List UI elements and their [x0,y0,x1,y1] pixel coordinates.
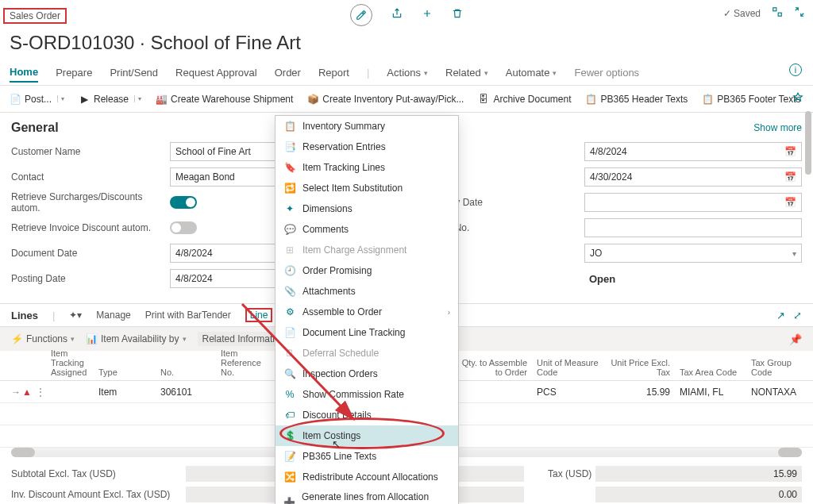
dropdown-item-order-promising[interactable]: 🕘Order Promising [275,260,458,281]
tab-request-approval[interactable]: Request Approval [175,63,257,82]
dropdown-item-item-costings[interactable]: 💲Item Costings [275,425,458,446]
related-information-dropdown[interactable]: 📋Inventory Summary📑Reservation Entries🔖I… [275,115,459,504]
lines-manage[interactable]: Manage [96,310,130,321]
dropdown-item-item-charge-assignment: ⊞Item Charge Assignment [275,240,458,260]
col-header-tax[interactable]: Tax Area Code [675,367,746,377]
delete-icon[interactable] [452,8,463,22]
record-type-label: Sales Order [3,8,67,24]
rcol-date-field-2[interactable]: 4/30/2024📅 [584,167,802,187]
dropdown-item-reservation-entries[interactable]: 📑Reservation Entries [275,137,458,157]
cell-price[interactable]: 15.99 [603,387,675,398]
action-create-warehouse-shipment[interactable]: 🏭 Create Warehouse Shipment [156,94,293,105]
row-menu-icon[interactable]: ⋮ [35,387,46,398]
dropdown-item-attachments[interactable]: 📎Attachments [275,281,458,302]
dropdown-item-select-item-substitution[interactable]: 🔁Select Item Substitution [275,178,458,198]
svg-rect-0 [773,8,776,11]
sub-item-availability[interactable]: 📊 Item Availability by ▾ [86,333,187,344]
action-pb365-footer[interactable]: 📋 PB365 Footer Texts [702,94,800,105]
menu-item-icon: 📑 [283,140,296,153]
menu-item-label: PB365 Line Texts [302,451,376,462]
calendar-icon[interactable]: 📅 [784,197,796,208]
col-header-ref[interactable]: Item Reference No. [216,348,279,377]
cell-uom[interactable]: PCS [532,387,603,398]
dropdown-item-dimensions[interactable]: ✦Dimensions [275,198,458,219]
cell-type[interactable]: Item [94,387,156,398]
col-header-uom[interactable]: Unit of Measure Code [532,358,603,377]
menu-item-label: Inspection Orders [302,368,378,379]
menu-item-label: Comments [302,224,349,235]
calendar-icon[interactable]: 📅 [784,146,796,157]
dropdown-item-discount-details[interactable]: 🏷Discount Details [275,405,458,425]
lines-share-icon[interactable]: ↗ [776,310,785,321]
dropdown-item-redistribute-account-allocations[interactable]: 🔀Redistribute Account Allocations [275,467,458,487]
pb-footer-icon: 📋 [702,94,713,105]
retrieve-invoice-toggle[interactable] [170,221,197,234]
tab-automate[interactable]: Automate▾ [506,63,557,82]
cell-no[interactable]: 306101 [156,387,216,398]
menu-item-label: Item Tracking Lines [302,162,385,173]
dropdown-item-inspection-orders[interactable]: 🔍Inspection Orders [275,364,458,384]
col-header-price[interactable]: Unit Price Excl. Tax [603,358,675,377]
cell-tg[interactable]: NONTAXA [746,387,802,398]
delivery-date-field[interactable]: 📅 [584,193,802,212]
tab-order[interactable]: Order [275,63,301,82]
new-icon[interactable] [422,8,433,22]
code-field[interactable]: JO▾ [584,244,802,263]
detach-icon[interactable] [772,6,783,20]
inv-discount-value-right: 0.00 [595,487,802,502]
lines-tool-new[interactable]: ✦▾ [69,310,82,321]
action-create-inventory-putaway[interactable]: 📦 Create Inventory Put-away/Pick... [307,94,464,105]
row-selector[interactable]: → ▲ [11,387,35,398]
retrieve-surcharge-toggle[interactable] [170,196,197,209]
col-header-tg[interactable]: Tax Group Code [746,358,802,377]
dropdown-item-item-tracking-lines[interactable]: 🔖Item Tracking Lines [275,157,458,178]
tab-report[interactable]: Report [318,63,349,82]
dropdown-item-show-commission-rate[interactable]: %Show Commission Rate [275,384,458,405]
calendar-icon[interactable]: 📅 [784,171,796,183]
lines-expand-icon[interactable]: ⤢ [793,310,802,321]
action-pb365-header[interactable]: 📋 PB365 Header Texts [585,94,688,105]
fewer-options[interactable]: Fewer options [574,63,639,82]
show-more-link[interactable]: Show more [753,122,802,133]
menu-item-label: Order Promising [302,265,372,276]
tab-related[interactable]: Related▾ [445,63,488,82]
sub-functions[interactable]: ⚡ Functions ▾ [11,333,75,344]
pin-icon[interactable] [792,92,803,106]
dropdown-item-inventory-summary[interactable]: 📋Inventory Summary [275,116,458,137]
menu-item-icon: ✦ [283,202,296,215]
col-header-no[interactable]: No. [156,367,216,377]
sub-pin-icon[interactable]: 📌 [789,333,802,345]
dropdown-item-comments[interactable]: 💬Comments [275,219,458,240]
share-icon[interactable] [391,8,403,22]
dropdown-item-generate-lines-from-allocation-account-line[interactable]: ➕Generate lines from Allocation Account … [275,487,458,504]
inventory-icon: 📦 [307,94,318,105]
vertical-scrollbar[interactable] [805,111,811,429]
col-header-type[interactable]: Type [94,367,156,377]
action-post[interactable]: 📄 Post... ▾ [10,94,64,105]
menu-item-label: Deferral Schedule [302,348,379,359]
col-header-tracking[interactable]: Item Tracking Assigned [46,348,94,377]
dropdown-item-assemble-to-order[interactable]: ⚙Assemble to Order› [275,302,458,322]
menu-item-label: Generate lines from Allocation Account L… [302,491,450,504]
tab-home[interactable]: Home [10,63,38,83]
info-icon[interactable]: i [789,63,802,76]
tab-actions[interactable]: Actions▾ [387,63,428,82]
lines-print-bartender[interactable]: Print with BarTender [145,310,231,321]
col-header-qtya[interactable]: Qty. to Assemble to Order [453,358,532,377]
lines-line-menu[interactable]: Line [245,308,273,322]
doc-no-field[interactable] [584,218,802,237]
cell-tax[interactable]: MIAMI, FL [675,387,746,398]
action-archive-document[interactable]: 🗄 Archive Document [478,94,571,105]
tab-prepare[interactable]: Prepare [56,63,92,82]
edit-icon[interactable] [350,4,372,26]
collapse-icon[interactable] [794,6,805,20]
action-release[interactable]: ▶ Release ▾ [79,94,141,105]
dropdown-item-pb365-line-texts[interactable]: 📝PB365 Line Texts [275,446,458,467]
dropdown-item-document-line-tracking[interactable]: 📄Document Line Tracking [275,322,458,343]
menu-item-label: Redistribute Account Allocations [302,471,438,483]
menu-item-label: Attachments [302,286,356,297]
menu-item-label: Select Item Substitution [302,183,403,194]
tab-printsend[interactable]: Print/Send [110,63,158,82]
rcol-date-field-1[interactable]: 4/8/2024📅 [584,142,802,161]
menu-item-icon: 🕘 [283,264,296,277]
